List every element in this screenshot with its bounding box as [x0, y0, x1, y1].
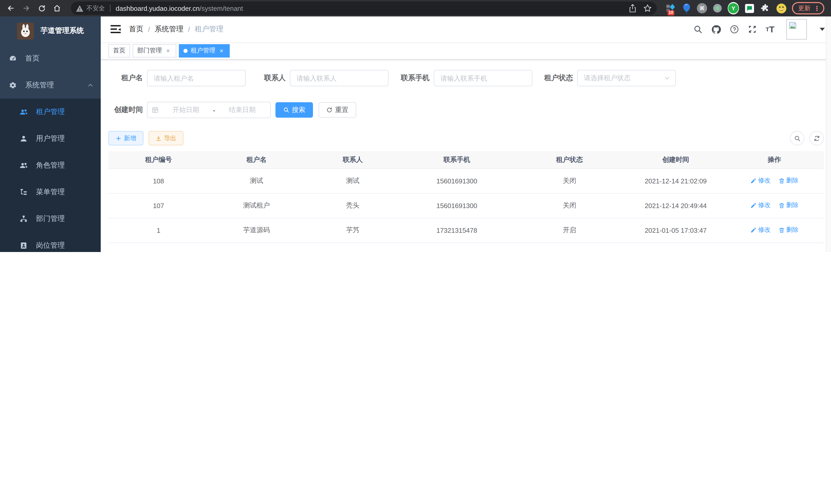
- help-icon[interactable]: [730, 25, 739, 34]
- sidebar-item-label: 系统管理: [25, 81, 87, 90]
- cell-tenant-name: 测试租户: [209, 193, 305, 218]
- cell-status: 关闭: [513, 193, 627, 218]
- sidebar-item-user[interactable]: 用户管理: [0, 125, 101, 152]
- sidebar-item-system[interactable]: 系统管理: [0, 72, 101, 99]
- edit-link[interactable]: 修改: [750, 226, 770, 235]
- browser-back-button[interactable]: [4, 2, 18, 15]
- fullscreen-icon[interactable]: [748, 25, 757, 34]
- tab-dept[interactable]: 部门管理 ×: [133, 44, 176, 57]
- cell-tenant-id: 1: [109, 218, 209, 242]
- date-separator: -: [213, 106, 215, 114]
- github-icon[interactable]: [711, 24, 721, 34]
- cell-status: 开启: [513, 218, 627, 242]
- trash-icon: [778, 178, 784, 184]
- extension-balloon-icon[interactable]: [681, 3, 692, 14]
- avatar[interactable]: [786, 19, 807, 39]
- sidebar-item-post[interactable]: 岗位管理: [0, 232, 101, 252]
- refresh-table-button[interactable]: [809, 131, 824, 145]
- contact-input[interactable]: [290, 70, 389, 86]
- tab-tenant[interactable]: 租户管理 ×: [179, 44, 230, 57]
- download-icon: [156, 136, 161, 141]
- avatar-caret-icon[interactable]: [820, 28, 825, 31]
- add-button[interactable]: 新增: [109, 131, 143, 145]
- sidebar-item-label: 菜单管理: [36, 187, 93, 197]
- reset-button[interactable]: 重置: [319, 102, 356, 118]
- tab-label: 租户管理: [191, 46, 215, 55]
- page-scrollbar[interactable]: [826, 17, 831, 252]
- logo-bar[interactable]: 芋道管理系统: [0, 17, 101, 45]
- tab-label: 首页: [113, 46, 125, 55]
- tenant-name-input[interactable]: [147, 70, 246, 86]
- close-icon[interactable]: ×: [165, 47, 172, 54]
- breadcrumb-system[interactable]: 系统管理: [155, 25, 183, 34]
- browser-home-button[interactable]: [50, 2, 64, 15]
- badge-icon: [20, 241, 28, 250]
- edit-link[interactable]: 修改: [750, 201, 770, 210]
- cell-phone: 15601691300: [401, 193, 513, 218]
- share-icon[interactable]: [629, 4, 636, 12]
- delete-link[interactable]: 删除: [778, 176, 798, 185]
- browser-toolbar: 不安全 dashboard.yudao.iocoder.cn/system/te…: [0, 0, 831, 17]
- edit-icon: [750, 178, 756, 184]
- update-label: 更新: [798, 4, 810, 12]
- cell-status: 关闭: [513, 169, 627, 193]
- security-status[interactable]: 不安全: [76, 4, 105, 12]
- col-phone: 联系手机: [401, 151, 513, 169]
- tab-home[interactable]: 首页: [109, 44, 130, 57]
- sidebar-item-label: 角色管理: [36, 161, 93, 170]
- close-icon[interactable]: ×: [218, 47, 225, 54]
- trash-icon: [778, 202, 784, 209]
- cell-phone: 15601691300: [401, 169, 513, 193]
- sidebar-item-home[interactable]: 首页: [0, 45, 101, 72]
- extension-record-icon[interactable]: [712, 3, 723, 14]
- sidebar-item-label: 首页: [25, 54, 93, 63]
- address-bar[interactable]: 不安全 dashboard.yudao.iocoder.cn/system/te…: [71, 2, 657, 15]
- export-button[interactable]: 导出: [148, 131, 183, 145]
- sidebar-item-dept[interactable]: 部门管理: [0, 206, 101, 232]
- extension-command-icon[interactable]: ⌘: [697, 3, 707, 13]
- status-label: 租户状态: [537, 73, 577, 83]
- extension-chat-icon[interactable]: [744, 3, 755, 14]
- delete-link[interactable]: 删除: [778, 201, 798, 210]
- header-search-icon[interactable]: [693, 25, 703, 34]
- show-search-button[interactable]: [790, 131, 804, 145]
- status-select[interactable]: 请选择租户状态: [577, 70, 676, 86]
- browser-reload-button[interactable]: [35, 2, 48, 15]
- bookmark-star-icon[interactable]: [643, 4, 652, 12]
- browser-update-button[interactable]: 更新 ⋮: [792, 2, 824, 14]
- cell-tenant-name: 芋道源码: [209, 218, 305, 242]
- phone-input[interactable]: [434, 70, 533, 86]
- edit-link[interactable]: 修改: [750, 176, 770, 185]
- url-path: /system/tenant: [200, 4, 243, 12]
- sidebar-item-label: 部门管理: [36, 214, 93, 224]
- font-size-icon[interactable]: TT: [766, 25, 774, 34]
- sidebar: 芋道管理系统 首页 系统管理: [0, 17, 101, 252]
- logo-image: [17, 22, 34, 39]
- calendar-icon: [152, 106, 159, 114]
- tenant-name-label: 租户名: [109, 73, 147, 83]
- extension-diamond-icon[interactable]: 10: [665, 3, 676, 14]
- sidebar-item-tenant[interactable]: 租户管理: [0, 99, 101, 125]
- tenant-table: 租户编号 租户名 联系人 联系手机 租户状态 创建时间 操作 108 测试: [109, 151, 824, 243]
- browser-menu-icon[interactable]: ⋮: [813, 5, 820, 11]
- date-range-picker[interactable]: 开始日期 - 结束日期: [147, 102, 271, 118]
- extensions-puzzle-icon[interactable]: [760, 3, 771, 14]
- breadcrumb-home[interactable]: 首页: [129, 25, 143, 34]
- search-button[interactable]: 搜索: [276, 102, 313, 118]
- browser-forward-button[interactable]: [20, 2, 33, 15]
- menu-tree-icon: [20, 188, 28, 196]
- table-header-row: 租户编号 租户名 联系人 联系手机 租户状态 创建时间 操作: [109, 151, 824, 169]
- sidebar-toggle-icon[interactable]: [111, 24, 121, 34]
- filter-row-1: 租户名 联系人 联系手机 租户状态 请选择租户状态: [109, 70, 824, 86]
- security-label: 不安全: [86, 4, 105, 12]
- delete-link[interactable]: 删除: [778, 226, 798, 235]
- profile-avatar-icon[interactable]: [775, 3, 787, 14]
- sidebar-item-menu[interactable]: 菜单管理: [0, 179, 101, 206]
- start-date-placeholder: 开始日期: [162, 105, 210, 115]
- navbar: 首页 / 系统管理 / 租户管理: [101, 17, 831, 42]
- warning-triangle-icon: [76, 5, 83, 11]
- url-text: dashboard.yudao.iocoder.cn/system/tenant: [116, 4, 624, 12]
- org-chart-icon: [20, 215, 28, 223]
- extension-y-icon[interactable]: Y: [728, 3, 739, 14]
- sidebar-item-role[interactable]: 角色管理: [0, 152, 101, 179]
